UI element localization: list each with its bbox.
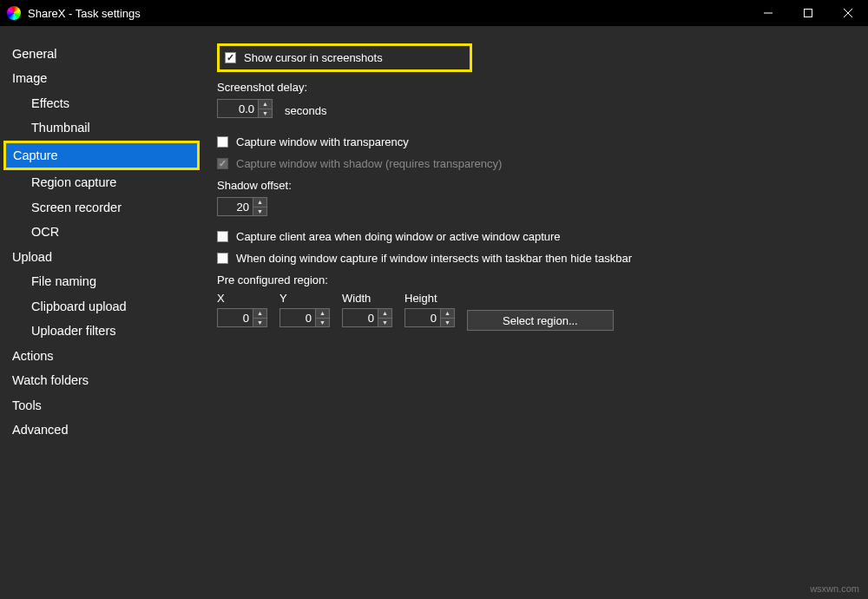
sidebar-item-uploader-filters[interactable]: Uploader filters	[0, 319, 201, 343]
region-x-stepper[interactable]: ▲▼	[217, 308, 267, 327]
capture-transparency-label: Capture window with transparency	[236, 135, 409, 148]
sidebar-item-screen-recorder[interactable]: Screen recorder	[0, 195, 201, 220]
capture-transparency-checkbox[interactable]	[217, 136, 228, 148]
capture-shadow-label: Capture window with shadow (requires tra…	[236, 157, 502, 170]
show-cursor-highlight: Show cursor in screenshots	[217, 43, 472, 72]
maximize-icon	[804, 9, 812, 17]
region-y-input[interactable]	[279, 308, 316, 327]
region-width-input[interactable]	[342, 308, 378, 327]
region-height-label: Height	[404, 292, 455, 305]
capture-client-area-label: Capture client area when doing window or…	[236, 230, 561, 243]
screenshot-delay-unit: seconds	[285, 104, 326, 117]
region-height-input[interactable]	[404, 308, 441, 327]
screenshot-delay-spinner[interactable]: ▲▼	[259, 99, 273, 118]
spinner-up-icon[interactable]: ▲	[253, 198, 266, 207]
region-y-stepper[interactable]: ▲▼	[279, 308, 330, 327]
close-icon	[844, 9, 852, 17]
spinner-up-icon[interactable]: ▲	[259, 100, 272, 109]
capture-transparency-row[interactable]: Capture window with transparency	[217, 135, 852, 148]
spinner-up-icon[interactable]: ▲	[316, 309, 329, 319]
window-controls	[748, 0, 868, 26]
spinner-up-icon[interactable]: ▲	[378, 309, 391, 319]
sidebar-item-capture-highlight: Capture	[3, 141, 200, 170]
close-button[interactable]	[828, 0, 868, 26]
capture-client-area-row[interactable]: Capture client area when doing window or…	[217, 230, 852, 243]
region-width-stepper[interactable]: ▲▼	[342, 308, 392, 327]
minimize-icon	[764, 9, 773, 17]
sidebar-item-ocr[interactable]: OCR	[0, 220, 201, 244]
svg-rect-0	[805, 10, 812, 17]
sidebar-item-capture[interactable]: Capture	[6, 143, 197, 168]
region-x-spinner[interactable]: ▲▼	[253, 308, 267, 327]
sidebar-item-thumbnail[interactable]: Thumbnail	[0, 115, 201, 140]
sidebar-item-effects[interactable]: Effects	[0, 91, 201, 115]
screenshot-delay-label: Screenshot delay:	[217, 81, 852, 94]
region-x-input[interactable]	[217, 308, 253, 327]
sidebar-item-actions[interactable]: Actions	[0, 344, 201, 368]
sidebar-item-advanced[interactable]: Advanced	[0, 418, 201, 442]
screenshot-delay-stepper[interactable]: ▲▼	[217, 99, 273, 118]
content-pane: Show cursor in screenshots Screenshot de…	[201, 26, 868, 599]
titlebar: ShareX - Task settings	[0, 0, 868, 26]
shadow-offset-stepper[interactable]: ▲▼	[217, 197, 267, 216]
capture-shadow-row: Capture window with shadow (requires tra…	[217, 157, 852, 170]
hide-taskbar-label: When doing window capture if window inte…	[236, 252, 632, 265]
spinner-down-icon[interactable]: ▼	[253, 207, 266, 216]
sidebar-item-upload[interactable]: Upload	[0, 245, 201, 269]
main-container: General Image Effects Thumbnail Capture …	[0, 26, 868, 599]
capture-client-area-checkbox[interactable]	[217, 231, 228, 242]
region-x-label: X	[217, 292, 267, 305]
sidebar-item-file-naming[interactable]: File naming	[0, 269, 201, 293]
watermark: wsxwn.com	[810, 583, 859, 594]
minimize-button[interactable]	[748, 0, 788, 26]
spinner-up-icon[interactable]: ▲	[441, 309, 454, 319]
spinner-up-icon[interactable]: ▲	[253, 309, 266, 319]
region-y-spinner[interactable]: ▲▼	[316, 308, 330, 327]
maximize-button[interactable]	[788, 0, 828, 26]
region-y-label: Y	[279, 292, 330, 305]
hide-taskbar-row[interactable]: When doing window capture if window inte…	[217, 252, 852, 265]
region-height-stepper[interactable]: ▲▼	[404, 308, 455, 327]
shadow-offset-label: Shadow offset:	[217, 179, 852, 192]
region-row: X ▲▼ Y ▲▼ Width ▲▼	[217, 292, 852, 331]
capture-shadow-checkbox	[217, 158, 228, 169]
spinner-down-icon[interactable]: ▼	[253, 319, 266, 327]
region-width-label: Width	[342, 292, 392, 305]
sidebar-item-region-capture[interactable]: Region capture	[0, 170, 201, 194]
spinner-down-icon[interactable]: ▼	[378, 319, 391, 327]
shadow-offset-spinner[interactable]: ▲▼	[253, 197, 267, 216]
region-height-spinner[interactable]: ▲▼	[441, 308, 455, 327]
hide-taskbar-checkbox[interactable]	[217, 253, 228, 264]
spinner-down-icon[interactable]: ▼	[441, 319, 454, 327]
app-logo-icon	[7, 6, 21, 20]
show-cursor-checkbox[interactable]	[225, 52, 236, 63]
shadow-offset-input[interactable]	[217, 197, 253, 216]
region-width-spinner[interactable]: ▲▼	[378, 308, 392, 327]
show-cursor-row[interactable]: Show cursor in screenshots	[225, 51, 383, 64]
select-region-button[interactable]: Select region...	[467, 310, 614, 331]
sidebar-item-tools[interactable]: Tools	[0, 393, 201, 418]
sidebar-item-watch-folders[interactable]: Watch folders	[0, 368, 201, 392]
spinner-down-icon[interactable]: ▼	[316, 319, 329, 327]
region-label: Pre configured region:	[217, 273, 852, 286]
sidebar-item-general[interactable]: General	[0, 42, 201, 66]
window-title: ShareX - Task settings	[28, 7, 748, 20]
show-cursor-label: Show cursor in screenshots	[244, 51, 383, 64]
screenshot-delay-input[interactable]	[217, 99, 259, 118]
sidebar-item-clipboard-upload[interactable]: Clipboard upload	[0, 294, 201, 319]
sidebar-item-image[interactable]: Image	[0, 66, 201, 90]
spinner-down-icon[interactable]: ▼	[259, 109, 272, 118]
sidebar: General Image Effects Thumbnail Capture …	[0, 26, 201, 599]
